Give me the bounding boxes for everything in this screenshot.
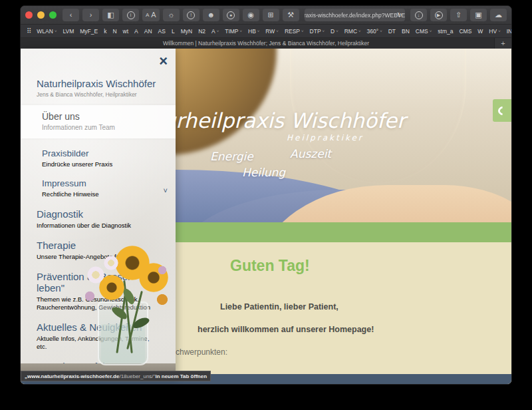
brightness-icon: ☼ bbox=[168, 11, 174, 19]
bookmark-item[interactable]: HV˅ bbox=[489, 28, 500, 35]
bookmark-item[interactable]: INF˅ bbox=[507, 28, 511, 35]
bookmark-item[interactable]: L bbox=[172, 28, 175, 35]
bookmark-item[interactable]: N2 bbox=[198, 28, 205, 35]
drawer-header[interactable]: Naturheilpraxis Wischhöfer Jens & Bianca… bbox=[37, 78, 176, 98]
phone-contact-tab[interactable] bbox=[493, 99, 511, 122]
drawer-subtitle: Jens & Bianca Wischhöfer, Heilpraktiker bbox=[37, 91, 176, 98]
bookmark-item[interactable]: DTP˅ bbox=[310, 28, 325, 35]
bookmark-item[interactable]: WLAN˅ bbox=[37, 28, 57, 35]
tabs-overview-button[interactable]: ▣ bbox=[470, 9, 487, 21]
reload-icon[interactable]: ↻ bbox=[397, 11, 402, 19]
bookmark-item[interactable]: W bbox=[477, 28, 483, 35]
sidebar-item-über-uns[interactable]: Über unsInformationen zum Team bbox=[21, 105, 176, 138]
site-subtitle: Heilpraktiker bbox=[287, 133, 364, 142]
privacy-mask-button[interactable]: ☻ bbox=[203, 9, 219, 21]
expand-icon: ⊞ bbox=[268, 11, 274, 19]
address-bar[interactable]: www.naturheilpraxis-wischhoefer.de/index… bbox=[305, 9, 405, 21]
bookmark-item[interactable]: A bbox=[134, 28, 138, 35]
alert-button[interactable]: ! bbox=[183, 9, 200, 21]
url-text: www.naturheilpraxis-wischhoefer.de/index… bbox=[305, 12, 405, 19]
zoom-window-button[interactable] bbox=[49, 11, 57, 19]
sidebar-item-description: Rechtliche Hinweise bbox=[42, 190, 158, 198]
greeting-heading: Guten Tag! bbox=[230, 257, 310, 275]
tabs-overview-icon: ▣ bbox=[475, 11, 481, 19]
bookmark-item[interactable]: N bbox=[112, 28, 116, 35]
minimize-window-button[interactable] bbox=[37, 11, 45, 19]
sidebar-toggle-icon: ◧ bbox=[107, 11, 114, 19]
status-action: in neuem Tab öffnen bbox=[155, 373, 207, 379]
bookmark-item[interactable]: BN bbox=[402, 28, 410, 35]
back-button[interactable]: ‹ bbox=[63, 9, 79, 21]
new-tab-button[interactable]: + bbox=[494, 38, 511, 49]
tools-button[interactable]: ⚒ bbox=[283, 9, 299, 21]
sidebar-item-praxisbilder[interactable]: PraxisbilderEindrücke unserer Praxis bbox=[21, 148, 176, 168]
active-tab[interactable]: Willkommen | Naturheilpraxis Wischhöfer;… bbox=[163, 40, 369, 47]
toolbar-right-buttons: ↓▶⇧▣☁ bbox=[410, 9, 507, 21]
tools-icon: ⚒ bbox=[287, 11, 294, 19]
bookmark-item[interactable]: AS bbox=[158, 28, 166, 35]
bookmark-item[interactable]: D˅ bbox=[331, 28, 338, 35]
chevron-down-icon: ˅ bbox=[301, 29, 304, 33]
brightness-button[interactable]: ☼ bbox=[163, 9, 180, 21]
window-controls bbox=[25, 11, 57, 19]
chevron-down-icon: ˅ bbox=[240, 29, 243, 33]
adblock-button[interactable]: ● bbox=[223, 9, 239, 21]
phone-icon bbox=[496, 104, 508, 116]
chevron-down-icon: ˅ bbox=[498, 29, 501, 33]
history-button[interactable]: ▶ bbox=[430, 9, 447, 21]
share-icon: ⇧ bbox=[456, 11, 462, 19]
chevron-down-icon[interactable]: ˅ bbox=[164, 186, 168, 194]
text-size-buttons[interactable]: AA bbox=[142, 9, 160, 21]
bookmark-item[interactable]: RESP˅ bbox=[285, 28, 304, 35]
expand-button[interactable]: ⊞ bbox=[263, 9, 279, 21]
bookmark-item[interactable]: A˅ bbox=[211, 28, 219, 35]
welcome-line-1: Liebe Patientin, lieber Patient, bbox=[220, 302, 338, 311]
bookmark-item[interactable]: CMS˅ bbox=[416, 28, 432, 35]
sidebar-item-label: Praxisbilder bbox=[42, 148, 158, 158]
browser-toolbar: ‹ › ◧iAA☼!☻●◉⊞⚒ www.naturheilpraxis-wisc… bbox=[21, 6, 511, 25]
bookmark-item[interactable]: HB˅ bbox=[248, 28, 259, 35]
partial-text-line: chwerpunkten: bbox=[176, 347, 227, 357]
bookmark-item[interactable]: MyF_E bbox=[80, 28, 98, 35]
share-button[interactable]: ⇧ bbox=[450, 9, 467, 21]
downloads-icon: ↓ bbox=[415, 11, 423, 19]
sidebar-item-label: Diagnostik bbox=[37, 208, 158, 220]
sidebar-item-therapie[interactable]: TherapieUnsere Therapie-Angebote für Sie bbox=[21, 240, 176, 261]
bookmark-item[interactable]: CMS bbox=[459, 28, 471, 35]
bookmark-item[interactable]: TIMP˅ bbox=[225, 28, 242, 35]
status-bar-link-preview: „www.naturheilpraxis-wischhoefer.de/18ue… bbox=[21, 371, 211, 381]
bookmark-item[interactable]: DT bbox=[388, 28, 396, 35]
status-domain: www.naturheilpraxis-wischhoefer.de bbox=[27, 373, 119, 379]
bookmark-item[interactable]: k bbox=[104, 28, 106, 35]
welcome-line-2: herzlich willkommen auf unserer Homepage… bbox=[198, 325, 374, 334]
bookmark-item[interactable]: AN bbox=[144, 28, 152, 35]
hero-word-energie: Energie bbox=[210, 150, 253, 163]
forward-button[interactable]: › bbox=[82, 9, 99, 21]
icloud-tabs-button[interactable]: ☁ bbox=[490, 9, 507, 21]
sidebar-item-diagnostik[interactable]: DiagnostikInformationen über die Diagnos… bbox=[21, 208, 176, 230]
eye-button[interactable]: ◉ bbox=[243, 9, 259, 21]
bookmark-item[interactable]: RMC˅ bbox=[344, 28, 361, 35]
chevron-down-icon: ˅ bbox=[380, 29, 382, 33]
sidebar-toggle-button[interactable]: ◧ bbox=[102, 9, 119, 21]
alert-icon: ! bbox=[187, 11, 195, 19]
downloads-button[interactable]: ↓ bbox=[410, 9, 427, 21]
chevron-down-icon: ˅ bbox=[217, 29, 219, 33]
close-window-button[interactable] bbox=[25, 11, 33, 19]
sidebar-item-label: Impressum bbox=[42, 178, 158, 188]
hero-word-heilung: Heilung bbox=[242, 166, 285, 179]
bookmark-item[interactable]: stm_a bbox=[438, 28, 453, 35]
back-icon: ‹ bbox=[70, 11, 72, 19]
eye-icon: ◉ bbox=[247, 11, 254, 19]
bookmark-item[interactable]: LVM bbox=[63, 28, 74, 35]
info-button[interactable]: i bbox=[122, 9, 139, 21]
sidebar-item-description: Informationen über die Diagnostik bbox=[37, 222, 158, 230]
sidebar-item-impressum[interactable]: ImpressumRechtliche Hinweise˅ bbox=[21, 178, 176, 198]
bookmarks-grid-icon[interactable]: ⠿ bbox=[27, 27, 31, 35]
bookmark-item[interactable]: 360°˅ bbox=[367, 28, 382, 35]
close-icon[interactable]: × bbox=[159, 54, 168, 69]
bookmark-item[interactable]: RW˅ bbox=[265, 28, 279, 35]
bookmark-item[interactable]: wt bbox=[123, 28, 129, 35]
chevron-down-icon: ˅ bbox=[430, 29, 432, 33]
bookmark-item[interactable]: MyN bbox=[181, 28, 192, 35]
